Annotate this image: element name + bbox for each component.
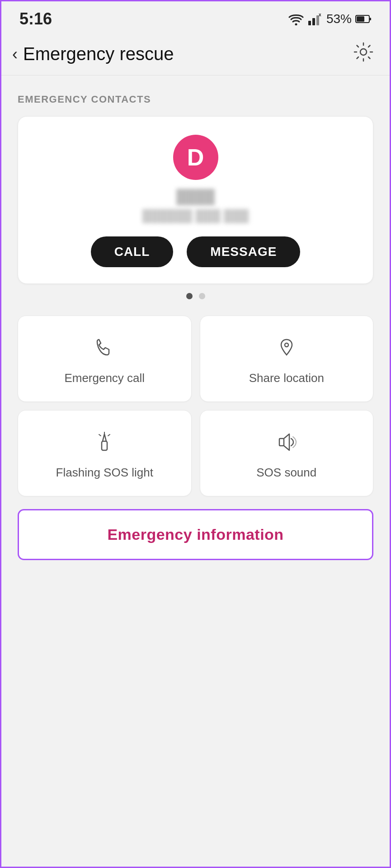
share-location-button[interactable]: Share location: [200, 316, 374, 402]
location-icon: [275, 336, 298, 363]
speaker-icon: [275, 430, 298, 458]
header-left: ‹ Emergency rescue: [12, 44, 174, 64]
flashing-sos-button[interactable]: Flashing SOS light: [18, 410, 192, 496]
svg-rect-2: [312, 18, 315, 25]
action-grid: Emergency call Share location Flashin: [18, 316, 373, 496]
svg-rect-1: [308, 21, 311, 25]
emergency-info-button[interactable]: Emergency information: [18, 509, 373, 560]
dot-1: [186, 293, 193, 299]
flashlight-icon: [93, 430, 116, 458]
sos-sound-label: SOS sound: [256, 466, 316, 480]
svg-rect-6: [357, 16, 364, 22]
svg-point-8: [360, 49, 367, 55]
message-button[interactable]: MESSAGE: [187, 236, 300, 267]
status-bar: 5:16 x 53%: [1, 1, 390, 33]
contact-number: ██████ ███ ███: [142, 209, 249, 223]
svg-text:x: x: [319, 13, 321, 17]
main-content: EMERGENCY CONTACTS D ████ ██████ ███ ███…: [1, 75, 390, 587]
svg-rect-10: [102, 441, 107, 450]
svg-point-0: [295, 24, 297, 26]
pagination-dots: [18, 293, 373, 299]
svg-point-9: [285, 343, 288, 347]
signal-icon: x: [307, 13, 323, 25]
contact-buttons: CALL MESSAGE: [91, 236, 301, 267]
svg-rect-11: [279, 439, 284, 446]
svg-rect-7: [370, 18, 371, 20]
back-button[interactable]: ‹: [12, 45, 18, 64]
phone-icon: [93, 336, 116, 363]
flashing-sos-label: Flashing SOS light: [56, 466, 153, 480]
wifi-icon: [288, 13, 304, 25]
emergency-call-label: Emergency call: [64, 371, 145, 385]
settings-icon[interactable]: [353, 42, 373, 66]
call-button[interactable]: CALL: [91, 236, 174, 267]
sos-sound-button[interactable]: SOS sound: [200, 410, 374, 496]
emergency-call-button[interactable]: Emergency call: [18, 316, 192, 402]
battery-percent: 53%: [326, 12, 352, 26]
section-label: EMERGENCY CONTACTS: [18, 94, 373, 105]
share-location-label: Share location: [249, 371, 324, 385]
contact-name: ████: [176, 189, 215, 204]
avatar: D: [173, 135, 218, 180]
battery-icon: [355, 14, 372, 24]
contact-card: D ████ ██████ ███ ███ CALL MESSAGE: [18, 116, 373, 284]
status-time: 5:16: [19, 9, 52, 28]
page-title: Emergency rescue: [23, 44, 174, 64]
dot-2: [199, 293, 205, 299]
status-icons: x 53%: [288, 12, 372, 26]
header: ‹ Emergency rescue: [1, 33, 390, 75]
